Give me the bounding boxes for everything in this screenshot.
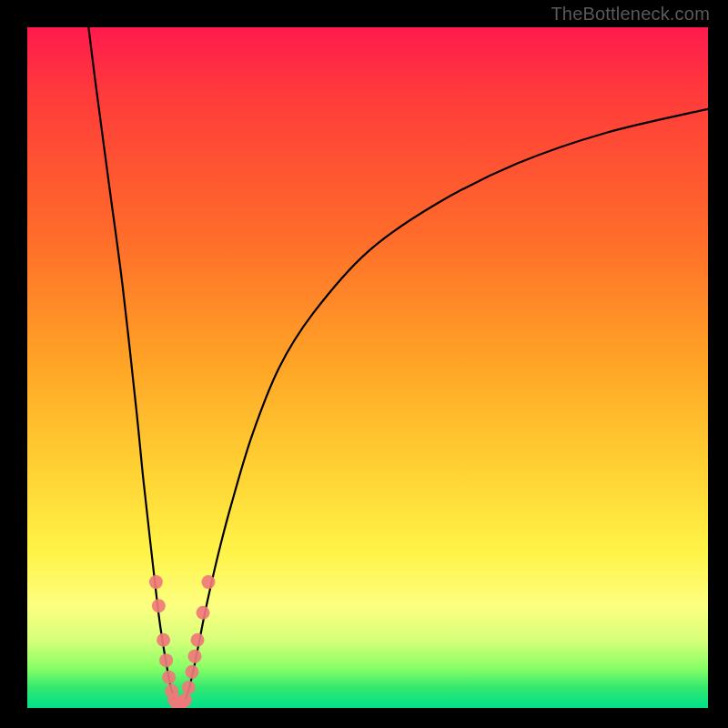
data-point xyxy=(201,575,215,589)
data-point xyxy=(186,665,199,679)
data-point xyxy=(196,606,209,620)
watermark-text: TheBottleneck.com xyxy=(551,4,710,25)
data-point xyxy=(182,681,196,694)
data-point xyxy=(149,575,163,589)
chart-svg xyxy=(27,27,708,708)
data-point xyxy=(188,650,202,663)
curve-group xyxy=(88,27,708,704)
data-point xyxy=(162,671,176,684)
curve-left-branch xyxy=(88,27,174,700)
data-point xyxy=(152,599,166,612)
data-point xyxy=(157,633,170,647)
data-points-group xyxy=(149,575,216,708)
data-point xyxy=(159,653,173,667)
data-point xyxy=(191,633,205,647)
curve-right-branch xyxy=(186,109,708,700)
plot-area xyxy=(27,27,708,708)
chart-frame: TheBottleneck.com xyxy=(0,0,728,728)
data-point xyxy=(178,693,192,707)
